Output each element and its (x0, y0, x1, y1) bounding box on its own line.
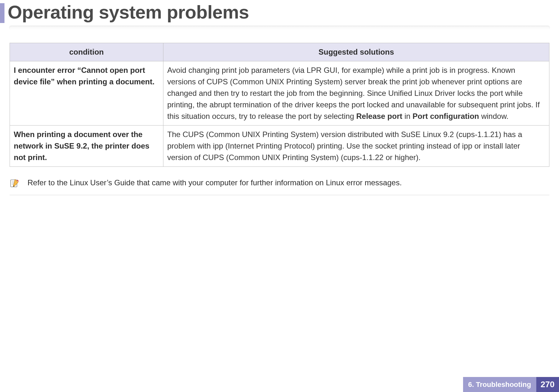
footer-chapter-label: 6. Troubleshooting (463, 377, 536, 392)
cell-condition: When printing a document over the networ… (10, 126, 163, 167)
cell-solution: The CUPS (Common UNIX Printing System) v… (163, 126, 549, 167)
col-header-condition: condition (10, 43, 163, 61)
title-accent-bar (0, 3, 4, 23)
note-pencil-icon (10, 178, 19, 188)
note-row: Refer to the Linux User’s Guide that cam… (10, 178, 549, 195)
table-header-row: condition Suggested solutions (10, 43, 549, 61)
cell-solution-text: The CUPS (Common UNIX Printing System) v… (167, 129, 545, 163)
table-row: When printing a document over the networ… (10, 126, 549, 167)
table-row: I encounter error “Cannot open port devi… (10, 61, 549, 126)
troubleshooting-table: condition Suggested solutions I encounte… (10, 43, 549, 167)
header-shadow-divider (9, 26, 550, 30)
cell-solution: Avoid changing print job parameters (via… (163, 61, 549, 126)
note-text: Refer to the Linux User’s Guide that cam… (28, 178, 402, 187)
col-header-solution: Suggested solutions (163, 43, 549, 61)
footer-page-number: 270 (536, 377, 559, 392)
page-content: condition Suggested solutions I encounte… (0, 30, 559, 195)
page-title: Operating system problems (8, 1, 249, 23)
page-footer: 6. Troubleshooting 270 (463, 377, 559, 392)
cell-condition: I encounter error “Cannot open port devi… (10, 61, 163, 126)
title-bar: Operating system problems (0, 0, 559, 23)
cell-solution-text: Avoid changing print job parameters (via… (167, 65, 545, 122)
